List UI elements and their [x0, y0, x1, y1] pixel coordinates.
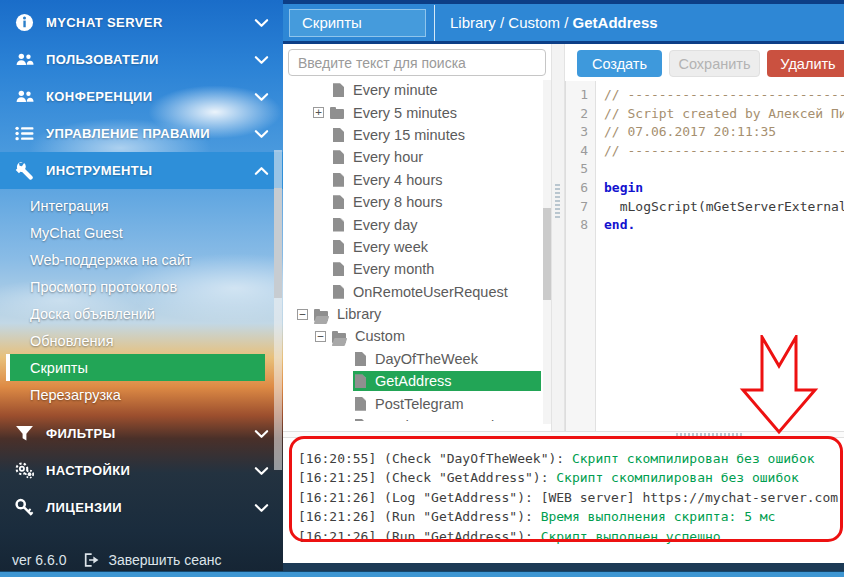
delete-button[interactable]: Удалить	[767, 50, 844, 77]
submenu-item[interactable]: Обновления	[0, 327, 283, 354]
code-line[interactable]: 3 // 07.06.2017 20:11:35	[566, 123, 844, 142]
list-icon	[14, 124, 34, 144]
tree-item[interactable]: − Library	[283, 303, 541, 325]
submenu-item[interactable]: Web-поддержка на сайт	[0, 246, 283, 273]
splitter-grip-icon[interactable]	[555, 184, 560, 220]
sidebar-item[interactable]: ФИЛЬТРЫ	[0, 415, 283, 452]
tree-item-body[interactable]: OnRemoteUserRequest	[331, 282, 541, 302]
horizontal-splitter[interactable]	[283, 431, 844, 438]
users-icon	[14, 50, 34, 70]
tree-item-body[interactable]: Every hour	[331, 147, 541, 167]
sidebar-item[interactable]: НАСТРОЙКИ	[0, 452, 283, 489]
log-message: Скрипт скомпилирован без ошибок	[572, 451, 815, 466]
sidebar-item[interactable]: УПРАВЛЕНИЕ ПРАВАМИ	[0, 115, 283, 152]
tree-item-body[interactable]: SendMessage2Telegram	[353, 416, 541, 421]
tree-item[interactable]: Every month	[283, 258, 541, 280]
tree-item[interactable]: Every week	[283, 236, 541, 258]
submenu-item[interactable]: Интеграция	[0, 192, 283, 219]
wrench-icon	[14, 161, 34, 181]
sidebar-scrollbar-thumb[interactable]	[274, 188, 282, 298]
log-timestamp-prefix: [16:21:26] (Run "GetAddress"):	[298, 529, 541, 544]
expander-icon[interactable]: −	[315, 331, 326, 342]
sidebar-item-label: ПОЛЬЗОВАТЕЛИ	[46, 52, 159, 67]
tree-item[interactable]: OnRemoteUserRequest	[283, 281, 541, 303]
search-input[interactable]	[288, 49, 546, 76]
tree-item[interactable]: PostTelegram	[283, 392, 541, 414]
code-line[interactable]: 1 // -----------------------------------…	[566, 86, 844, 105]
version-label: ver 6.6.0	[12, 552, 66, 568]
tree-item-body[interactable]: Every month	[331, 259, 541, 279]
submenu-item[interactable]: Доска объявлений	[0, 300, 283, 327]
tree-item-body[interactable]: Every week	[331, 237, 541, 257]
sidebar-item[interactable]: MYCHAT SERVER	[0, 4, 283, 41]
sidebar-item[interactable]: КОНФЕРЕНЦИИ	[0, 78, 283, 115]
chevron-down-icon	[254, 92, 269, 102]
sidebar-item[interactable]: ПОЛЬЗОВАТЕЛИ	[0, 41, 283, 78]
expander-icon[interactable]: −	[297, 309, 308, 320]
logout-button[interactable]: Завершить сеанс	[84, 552, 221, 568]
log-timestamp-prefix: [16:20:55] (Check "DayOfTheWeek"):	[298, 451, 572, 466]
code-line[interactable]: 7 mLogScript(mGetServerExternalAddress	[566, 198, 844, 217]
sidebar-item-label: КОНФЕРЕНЦИИ	[46, 89, 153, 104]
submenu-item-label: Интеграция	[30, 198, 109, 214]
submenu-item[interactable]: Перезагрузка	[0, 381, 283, 408]
tree-item[interactable]: DayOfTheWeek	[283, 348, 541, 370]
tree-item-body[interactable]: Custom	[332, 326, 541, 346]
tab-scripts[interactable]: Скрипты	[289, 9, 426, 37]
tree-item[interactable]: Every hour	[283, 146, 541, 168]
tree-item-body[interactable]: Every day	[331, 215, 541, 235]
tree-item-body[interactable]: Library	[314, 304, 541, 324]
tree-item-body[interactable]: GetAddress	[353, 371, 541, 391]
tree-item[interactable]: Every 4 hours	[283, 169, 541, 191]
line-number: 7	[566, 198, 595, 217]
submenu-item[interactable]: Скрипты	[6, 354, 265, 381]
tree-scrollbar[interactable]	[543, 80, 551, 424]
log-timestamp-prefix: [16:21:25] (Check "GetAddress"):	[298, 470, 556, 485]
tree-item-body[interactable]: Every 15 minutes	[331, 125, 541, 145]
tree-item-label: Every month	[353, 261, 440, 277]
tree-scrollbar-thumb[interactable]	[543, 208, 551, 300]
tree-item-body[interactable]: DayOfTheWeek	[353, 349, 541, 369]
code-editor[interactable]: 1 // -----------------------------------…	[565, 81, 844, 431]
tree-item[interactable]: Every 8 hours	[283, 191, 541, 213]
tree-item[interactable]: SendMessage2Telegram	[283, 415, 541, 421]
code-line[interactable]: 8 end.	[566, 216, 844, 235]
submenu-item[interactable]: MyChat Guest	[0, 219, 283, 246]
chevron-down-icon	[254, 503, 269, 513]
expander-icon[interactable]: +	[313, 107, 324, 118]
tree-item[interactable]: Every minute	[283, 79, 541, 101]
sidebar-scrollbar[interactable]	[274, 150, 282, 470]
create-button[interactable]: Создать	[577, 50, 662, 77]
splitter-grip-icon[interactable]	[676, 433, 742, 436]
filter-icon	[14, 424, 34, 444]
sidebar-item[interactable]: ИНСТРУМЕНТЫ	[0, 152, 283, 189]
sidebar-item[interactable]: ЛИЦЕНЗИИ	[0, 489, 283, 526]
tree-item[interactable]: Every 15 minutes	[283, 124, 541, 146]
tree-item-body[interactable]: Every 8 hours	[331, 192, 541, 212]
tree-item-body[interactable]: PostTelegram	[353, 394, 541, 414]
tree-item-label: Every 15 minutes	[353, 127, 471, 143]
expander-glyph: −	[317, 332, 324, 341]
tree-item[interactable]: GetAddress	[283, 370, 541, 392]
code-line[interactable]: 6 begin	[566, 179, 844, 198]
tree-item[interactable]: + Every 5 minutes	[283, 101, 541, 123]
code-line[interactable]: 2 // Script created by Алексей Пикуров	[566, 105, 844, 124]
log-line: [16:21:26] (Run "GetAddress"): Время вып…	[298, 507, 844, 526]
tree-item-label: Every 4 hours	[353, 172, 448, 188]
tree-item-body[interactable]: Every minute	[331, 80, 541, 100]
save-button[interactable]: Сохранить	[669, 50, 760, 77]
vertical-splitter[interactable]	[551, 44, 565, 431]
folder-open-icon	[314, 311, 328, 321]
code-line[interactable]: 4 // -----------------------------------…	[566, 142, 844, 161]
sidebar-item-label: MYCHAT SERVER	[46, 15, 163, 30]
tree-item-body[interactable]: Every 4 hours	[331, 170, 541, 190]
submenu-item[interactable]: Просмотр протоколов	[0, 273, 283, 300]
folder-open-icon	[332, 333, 346, 343]
tree-item-label: Every day	[353, 217, 423, 233]
file-icon	[333, 150, 344, 164]
tree-item-body[interactable]: Every 5 minutes	[330, 103, 541, 123]
code-line[interactable]: 5	[566, 160, 844, 179]
tree-item[interactable]: − Custom	[283, 325, 541, 347]
tree-item[interactable]: Every day	[283, 213, 541, 235]
script-editor-panel: Создать Сохранить Удалить 1 // ---------…	[565, 44, 844, 431]
